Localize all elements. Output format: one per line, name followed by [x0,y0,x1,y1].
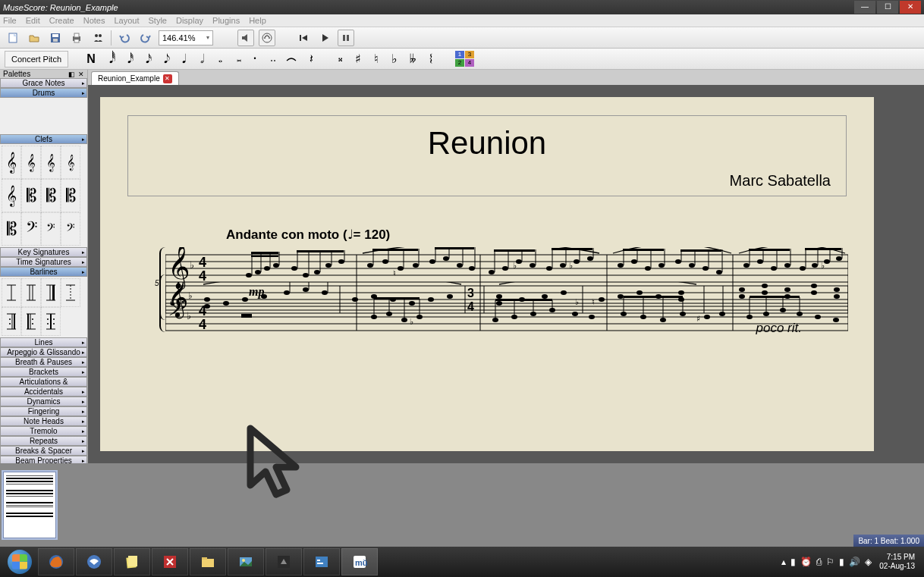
print-button[interactable] [68,30,85,46]
concert-pitch-button[interactable]: Concert Pitch [5,51,68,67]
tray-action-icon[interactable]: ⚐ [826,557,834,567]
minimize-button[interactable]: — [854,1,875,14]
menu-display[interactable]: Display [176,16,203,25]
pal-beam[interactable]: Beam Properties [0,456,87,463]
pal-noteheads[interactable]: Note Heads [0,416,87,426]
dur-16th-icon[interactable]: 𝅘𝅥𝅯 [140,51,152,67]
new-button[interactable] [5,30,21,46]
direction-piu-mosso-2[interactable]: più mosso [730,461,788,463]
pal-articulations[interactable]: Articulations & Ornaments [0,377,87,387]
dur-8th-icon[interactable]: 𝅘𝅥𝅮 [158,51,170,67]
flat-icon[interactable]: ♭ [388,51,401,67]
zoom-combo[interactable]: 146.41% [159,30,213,45]
bass15-clef-icon[interactable]: 𝄢 [61,212,80,246]
palettes-float-icon[interactable]: ◧ [68,71,75,78]
composer-text[interactable]: Marc Sabatella [143,172,831,190]
taskbar-app-red[interactable] [152,548,188,575]
start-button[interactable] [3,548,36,575]
bass-clef-icon[interactable]: 𝄢 [21,212,41,246]
palettes-close-icon[interactable]: ✕ [78,71,84,78]
tray-volume-icon[interactable]: 🔊 [849,557,860,567]
community-button[interactable] [90,30,106,46]
dur-quarter-icon[interactable]: 𝅘𝅥 [176,51,188,67]
rewind-button[interactable] [295,30,312,46]
pal-lines[interactable]: Lines [0,337,87,347]
treble-alt-icon[interactable]: 𝄞 [2,179,21,212]
taskbar-musescore[interactable]: mŭ [341,548,378,575]
pal-barlines[interactable]: Barlines [0,267,87,277]
score-title[interactable]: Reunion [143,125,831,161]
pal-time-sigs[interactable]: Time Signatures [0,257,87,267]
tray-battery-icon[interactable]: ▮ [790,557,796,567]
dur-64th-icon[interactable]: 𝅘𝅥𝅱 [103,51,115,67]
tray-printer-icon[interactable]: ⎙ [816,557,822,567]
double-sharp-icon[interactable]: 𝄪 [334,51,346,67]
tenor-clef-icon[interactable]: 𝄡 [41,179,61,212]
taskbar-firefox[interactable] [38,548,74,575]
maximize-button[interactable]: ☐ [877,1,898,14]
direction-rit[interactable]: rit. [631,461,646,463]
note-input-button[interactable]: N [85,51,97,67]
barline-dashed-icon[interactable] [61,278,80,307]
flip-stem-icon[interactable]: 𝄔 [425,51,437,67]
play-button[interactable] [316,30,333,46]
treble-clef-icon[interactable]: 𝄞 [2,146,21,179]
pal-breath[interactable]: Breath & Pauses [0,357,87,367]
treble15-clef-icon[interactable]: 𝄞 [61,146,80,179]
alto-clef-icon[interactable]: 𝄡 [21,179,41,212]
tray-network-icon[interactable]: ▮ [839,557,844,567]
barline-double-icon[interactable] [21,278,41,307]
pal-tremolo[interactable]: Tremolo [0,426,87,436]
voice-2-button[interactable]: 2 [455,59,464,67]
menu-plugins[interactable]: Plugins [212,16,240,25]
undo-button[interactable] [116,30,133,46]
pal-dynamics[interactable]: Dynamics [0,397,87,406]
double-dot-icon[interactable]: ‥ [267,51,279,67]
barline-end-icon[interactable] [41,278,61,307]
taskbar-app-dark[interactable] [266,548,302,575]
barline-repeat-end-icon[interactable] [2,307,21,336]
dur-half-icon[interactable]: 𝅗𝅥 [194,51,206,67]
treble8vb-clef-icon[interactable]: 𝄞 [41,146,61,179]
taskbar-thunderbird[interactable] [76,548,112,575]
barline-normal-icon[interactable] [2,278,21,307]
taskbar-pictures[interactable] [228,548,264,575]
taskbar-app-blue[interactable] [303,548,340,575]
midi-button[interactable] [259,30,275,46]
barline-repeat-start-icon[interactable] [21,307,41,336]
tab-close-icon[interactable]: ✕ [163,74,172,83]
redo-button[interactable] [137,30,154,46]
taskbar-clock[interactable]: 7:15 PM 02-Aug-13 [879,553,915,571]
bass8-clef-icon[interactable]: 𝄢 [41,212,61,246]
score-viewport[interactable]: Reunion Marc Sabatella Andante con moto … [88,85,924,463]
menu-create[interactable]: Create [49,16,74,25]
menu-layout[interactable]: Layout [114,16,139,25]
title-frame[interactable]: Reunion Marc Sabatella [127,115,847,196]
tempo-marking[interactable]: Andante con moto (♩= 120) [226,227,847,243]
pal-accidentals[interactable]: Accidentals [0,387,87,397]
dur-breve-icon[interactable]: 𝅜 [231,51,243,67]
dur-32nd-icon[interactable]: 𝅘𝅥𝅰 [121,51,134,67]
menu-edit[interactable]: Edit [26,16,40,25]
pal-key-sigs[interactable]: Key Signatures [0,247,87,257]
tray-shield-icon[interactable]: ◈ [865,557,872,567]
pal-repeats[interactable]: Repeats [0,436,87,446]
pal-brackets[interactable]: Brackets [0,367,87,377]
barline-end-start-repeat-icon[interactable] [41,307,61,336]
pal-clefs[interactable]: Clefs [0,134,87,144]
double-flat-icon[interactable]: 𝄫 [407,51,419,67]
pal-drums[interactable]: Drums [0,88,87,98]
score-page[interactable]: Reunion Marc Sabatella Andante con moto … [100,97,874,451]
taskbar-explorer[interactable] [190,548,226,575]
system2-notation[interactable]: 𝄞 ♭ 3 4 [165,282,848,335]
menu-style[interactable]: Style [149,16,167,25]
tray-up-icon[interactable]: ▴ [781,557,786,567]
save-button[interactable] [47,30,64,46]
alto2-clef-icon[interactable]: 𝄡 [61,179,80,212]
menu-file[interactable]: File [3,16,17,25]
pal-arpeggio[interactable]: Arpeggio & Glissando [0,347,87,357]
loop-button[interactable] [338,30,354,46]
menu-notes[interactable]: Notes [83,16,105,25]
voice-3-button[interactable]: 3 [465,51,474,58]
tray-clock-icon[interactable]: ⏰ [800,557,812,567]
